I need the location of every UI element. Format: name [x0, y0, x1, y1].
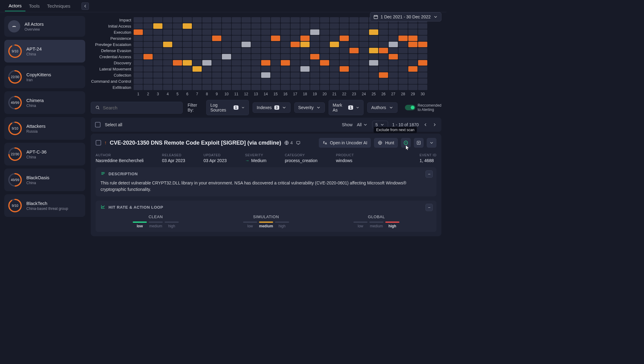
filter-mark-as[interactable]: Mark As 1 [329, 100, 364, 115]
heatmap-cell[interactable] [379, 29, 388, 35]
heatmap-cell[interactable] [261, 23, 270, 29]
heatmap-cell[interactable] [143, 23, 153, 29]
heatmap-cell[interactable] [359, 66, 368, 72]
heatmap-cell[interactable] [408, 36, 417, 41]
sidebar-item-actor[interactable]: 9/10APT-24China [4, 40, 85, 63]
heatmap-cell[interactable] [153, 36, 162, 41]
heatmap-cell[interactable] [418, 85, 427, 90]
heatmap-cell[interactable] [192, 72, 202, 78]
heatmap-cell[interactable] [359, 60, 368, 66]
heatmap-cell[interactable] [271, 72, 280, 78]
heatmap-cell[interactable] [242, 17, 251, 23]
heatmap-cell[interactable] [369, 60, 378, 66]
heatmap-cell[interactable] [418, 23, 427, 29]
heatmap-cell[interactable] [330, 54, 339, 59]
heatmap-cell[interactable] [212, 60, 221, 66]
heatmap-cell[interactable] [300, 85, 310, 90]
heatmap-cell[interactable] [320, 54, 329, 59]
heatmap-cell[interactable] [134, 36, 143, 41]
heatmap-cell[interactable] [222, 66, 231, 72]
heatmap-cell[interactable] [232, 36, 241, 41]
heatmap-cell[interactable] [192, 29, 202, 35]
heatmap-cell[interactable] [310, 42, 319, 47]
heatmap-cell[interactable] [398, 48, 408, 53]
heatmap-cell[interactable] [281, 66, 290, 72]
heatmap-cell[interactable] [379, 72, 388, 78]
heatmap-cell[interactable] [153, 54, 162, 59]
heatmap-cell[interactable] [251, 66, 261, 72]
heatmap-cell[interactable] [340, 66, 349, 72]
heatmap-cell[interactable] [153, 78, 162, 84]
heatmap-cell[interactable] [300, 72, 310, 78]
tab-techniques[interactable]: Techniques [44, 1, 74, 11]
heatmap-cell[interactable] [251, 42, 261, 47]
heatmap-cell[interactable] [281, 72, 290, 78]
heatmap-cell[interactable] [271, 23, 280, 29]
filter-log-sources[interactable]: Log Sources 1 [206, 100, 249, 115]
heatmap-cell[interactable] [212, 42, 221, 47]
heatmap-cell[interactable] [271, 29, 280, 35]
heatmap-cell[interactable] [389, 54, 398, 59]
heatmap-cell[interactable] [192, 36, 202, 41]
heatmap-cell[interactable] [281, 23, 290, 29]
heatmap-cell[interactable] [153, 60, 162, 66]
heatmap-cell[interactable] [418, 60, 427, 66]
heatmap-cell[interactable] [143, 66, 153, 72]
heatmap-cell[interactable] [379, 60, 388, 66]
heatmap-cell[interactable] [349, 29, 359, 35]
tab-tools[interactable]: Tools [25, 1, 44, 11]
heatmap-cell[interactable] [281, 48, 290, 53]
heatmap-cell[interactable] [153, 17, 162, 23]
heatmap-cell[interactable] [251, 60, 261, 66]
heatmap-cell[interactable] [163, 23, 172, 29]
heatmap-cell[interactable] [310, 85, 319, 90]
heatmap-cell[interactable] [330, 36, 339, 41]
heatmap-cell[interactable] [389, 66, 398, 72]
heatmap-cell[interactable] [232, 66, 241, 72]
heatmap-cell[interactable] [281, 60, 290, 66]
heatmap-cell[interactable] [261, 66, 270, 72]
recommended-toggle[interactable] [405, 105, 415, 110]
heatmap-cell[interactable] [379, 36, 388, 41]
heatmap-cell[interactable] [143, 48, 153, 53]
heatmap-cell[interactable] [291, 72, 300, 78]
heatmap-cell[interactable] [222, 29, 231, 35]
heatmap-cell[interactable] [183, 42, 192, 47]
heatmap-cell[interactable] [281, 54, 290, 59]
heatmap-cell[interactable] [408, 78, 417, 84]
heatmap-cell[interactable] [389, 48, 398, 53]
heatmap-cell[interactable] [183, 48, 192, 53]
heatmap-cell[interactable] [251, 17, 261, 23]
heatmap-cell[interactable] [330, 78, 339, 84]
heatmap-cell[interactable] [379, 85, 388, 90]
heatmap-cell[interactable] [183, 54, 192, 59]
heatmap-cell[interactable] [408, 54, 417, 59]
heatmap-cell[interactable] [300, 36, 310, 41]
heatmap-cell[interactable] [222, 60, 231, 66]
heatmap-cell[interactable] [202, 54, 211, 59]
heatmap-cell[interactable] [369, 48, 378, 53]
heatmap-cell[interactable] [291, 17, 300, 23]
heatmap-cell[interactable] [173, 17, 182, 23]
heatmap-cell[interactable] [349, 48, 359, 53]
heatmap-cell[interactable] [173, 72, 182, 78]
heatmap-cell[interactable] [408, 72, 417, 78]
heatmap-cell[interactable] [300, 66, 310, 72]
heatmap-cell[interactable] [242, 60, 251, 66]
heatmap-cell[interactable] [163, 17, 172, 23]
heatmap-cell[interactable] [222, 42, 231, 47]
heatmap-cell[interactable] [212, 17, 221, 23]
heatmap-cell[interactable] [232, 48, 241, 53]
heatmap-cell[interactable] [349, 36, 359, 41]
rule-checkbox[interactable] [96, 140, 101, 146]
heatmap-cell[interactable] [261, 17, 270, 23]
exclude-button[interactable] [401, 138, 411, 148]
heatmap-cell[interactable] [232, 29, 241, 35]
heatmap-cell[interactable] [242, 85, 251, 90]
heatmap-cell[interactable] [261, 48, 270, 53]
heatmap-cell[interactable] [143, 17, 153, 23]
heatmap-cell[interactable] [261, 72, 270, 78]
search-input[interactable] [103, 105, 178, 110]
heatmap-cell[interactable] [330, 42, 339, 47]
sidebar-item-actor[interactable]: 49/99ChimeraChina [4, 91, 85, 114]
